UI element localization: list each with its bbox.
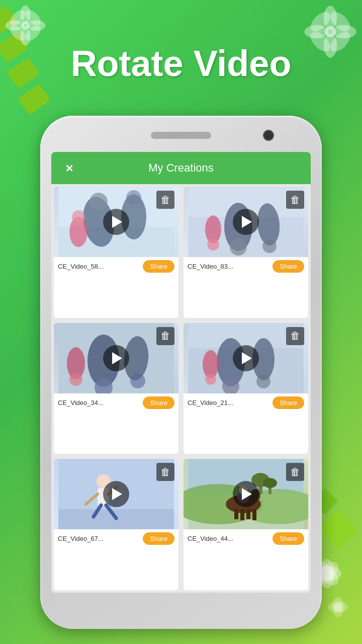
play-icon [112, 488, 122, 500]
video-item-bar: CE_Video_44... Share [184, 529, 308, 548]
video-name: CE_Video_21... [188, 399, 270, 407]
svg-point-49 [69, 373, 82, 386]
svg-point-47 [130, 373, 145, 388]
video-thumbnail: 🗑 [54, 459, 178, 529]
trash-icon: 🗑 [290, 194, 300, 206]
video-thumbnail: 🗑 [184, 323, 308, 393]
share-button[interactable]: Share [143, 396, 174, 409]
share-button[interactable]: Share [273, 396, 304, 409]
video-item: 🗑 CE_Video_58... Share [54, 187, 178, 318]
video-thumbnail: 🗑 [54, 187, 178, 257]
delete-button[interactable]: 🗑 [156, 327, 174, 345]
play-icon [112, 352, 122, 364]
play-button[interactable] [233, 345, 259, 371]
video-thumbnail: 🗑 [184, 459, 308, 529]
app-header: × My Creations [51, 152, 311, 184]
svg-point-31 [126, 190, 141, 205]
svg-rect-80 [252, 509, 256, 520]
video-item: 🗑 CE_Video_67... Share [54, 459, 178, 590]
phone-screen: × My Creations [51, 152, 311, 593]
video-thumbnail: 🗑 [54, 323, 178, 393]
delete-button[interactable]: 🗑 [286, 327, 304, 345]
trash-icon: 🗑 [160, 330, 170, 342]
video-name: CE_Video_83... [188, 263, 270, 270]
play-icon [242, 488, 252, 500]
video-item-bar: CE_Video_21... Share [184, 393, 308, 412]
svg-rect-77 [234, 509, 238, 519]
video-item-bar: CE_Video_34... Share [54, 393, 178, 412]
video-grid: 🗑 CE_Video_58... Share [51, 184, 311, 593]
share-button[interactable]: Share [273, 260, 304, 273]
svg-point-55 [256, 374, 270, 388]
video-item-bar: CE_Video_83... Share [184, 257, 308, 276]
video-thumbnail: 🗑 [184, 187, 308, 257]
video-item-bar: CE_Video_67... Share [54, 529, 178, 548]
svg-rect-78 [240, 509, 244, 520]
svg-point-37 [230, 238, 247, 256]
svg-point-57 [205, 374, 216, 385]
video-item: 🗑 CE_Video_34... Share [54, 323, 178, 454]
share-button[interactable]: Share [143, 532, 174, 545]
trash-icon: 🗑 [290, 330, 300, 342]
svg-rect-79 [246, 509, 250, 519]
video-name: CE_Video_34... [58, 399, 141, 407]
svg-point-8 [21, 21, 30, 30]
video-item-bar: CE_Video_58... Share [54, 257, 178, 276]
play-button[interactable] [103, 209, 129, 235]
svg-point-41 [207, 238, 219, 251]
svg-point-74 [263, 478, 277, 488]
trash-icon: 🗑 [160, 194, 170, 206]
phone-frame: × My Creations [40, 116, 322, 629]
svg-point-17 [325, 26, 336, 37]
header-title: My Creations [148, 162, 214, 175]
delete-button[interactable]: 🗑 [156, 191, 174, 209]
trash-icon: 🗑 [160, 466, 170, 478]
close-button[interactable]: × [60, 159, 78, 177]
video-item: 🗑 CE_Video_44... Share [184, 459, 308, 590]
share-button[interactable]: Share [143, 260, 174, 273]
play-icon [242, 216, 252, 228]
play-button[interactable] [233, 209, 259, 235]
svg-point-22 [320, 567, 334, 581]
delete-button[interactable]: 🗑 [156, 463, 174, 481]
video-name: CE_Video_67... [58, 535, 141, 542]
svg-point-33 [72, 210, 85, 223]
phone-camera [263, 130, 274, 141]
play-icon [112, 216, 122, 228]
delete-button[interactable]: 🗑 [286, 191, 304, 209]
video-name: CE_Video_44... [188, 535, 270, 542]
video-item: 🗑 CE_Video_21... Share [184, 323, 308, 454]
svg-point-25 [333, 603, 342, 612]
play-button[interactable] [103, 481, 129, 507]
play-icon [242, 352, 252, 364]
flower-top-left-icon [4, 4, 47, 47]
share-button[interactable]: Share [273, 532, 304, 545]
trash-icon: 🗑 [290, 466, 300, 478]
svg-point-39 [262, 239, 277, 253]
play-button[interactable] [233, 481, 259, 507]
video-item: 🗑 CE_Video_83... Share [184, 187, 308, 318]
svg-point-29 [89, 193, 108, 211]
play-button[interactable] [103, 345, 129, 371]
delete-button[interactable]: 🗑 [286, 463, 304, 481]
video-name: CE_Video_58... [58, 263, 141, 270]
main-title: Rotate Video [0, 43, 362, 84]
phone-speaker [151, 132, 211, 139]
